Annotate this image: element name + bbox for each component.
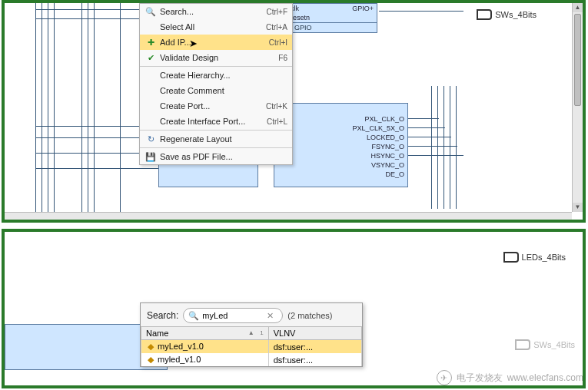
port-de[interactable]: DE_O xyxy=(274,170,407,179)
search-field[interactable]: 🔍 ✕ xyxy=(183,308,283,323)
wire xyxy=(120,3,121,218)
search-icon: 🔍 xyxy=(188,311,199,321)
search-input[interactable] xyxy=(202,311,264,320)
wire xyxy=(48,3,48,218)
watermark: ✈ 电子发烧友 www.elecfans.com xyxy=(437,370,583,385)
top-panel: i_aclk i_aresetn GPIO+ AXI GPIO axi_disp… xyxy=(2,0,586,223)
ip-icon: ◆ xyxy=(146,342,155,352)
menu-create-comment[interactable]: Create Comment xyxy=(140,83,292,98)
column-header-name[interactable]: Name ▲ 1 xyxy=(141,327,269,340)
menu-create-interface-port[interactable]: Create Interface Port... Ctrl+L xyxy=(140,114,292,129)
vertical-scrollbar[interactable]: ▲ ▼ xyxy=(572,3,583,212)
external-port-label: SWs_4Bits xyxy=(495,10,537,19)
external-port-leds[interactable]: LEDs_4Bits xyxy=(505,252,566,263)
external-port-label: LEDs_4Bits xyxy=(522,253,566,262)
wire xyxy=(81,3,82,218)
menu-create-port[interactable]: Create Port... Ctrl+K xyxy=(140,98,292,114)
block-design-canvas[interactable]: i_aclk i_aresetn GPIO+ AXI GPIO axi_disp… xyxy=(5,3,583,220)
port-icon xyxy=(517,339,530,350)
port-hsync[interactable]: HSYNC_O xyxy=(274,151,407,160)
search-label: Search: xyxy=(147,310,178,321)
wire xyxy=(408,127,445,128)
port-gpio[interactable]: GPIO+ xyxy=(327,4,377,13)
menu-separator xyxy=(140,147,292,148)
menu-add-ip[interactable]: ✚ Add IP... Ctrl+I xyxy=(140,35,292,50)
wire xyxy=(35,168,158,169)
clear-icon[interactable]: ✕ xyxy=(267,311,274,321)
wire xyxy=(443,86,444,209)
watermark-brand: 电子发烧友 xyxy=(457,372,503,385)
context-menu: 🔍 Search... Ctrl+F Select All Ctrl+A ✚ A… xyxy=(139,3,293,165)
wire xyxy=(54,3,55,218)
port-pxl-clk-5x[interactable]: PXL_CLK_5X_O xyxy=(274,124,407,133)
scroll-up-arrow-icon[interactable]: ▲ xyxy=(573,3,583,12)
wire xyxy=(437,86,438,209)
add-icon: ✚ xyxy=(145,38,157,48)
port-fsync[interactable]: FSYNC_O xyxy=(274,142,407,151)
check-icon: ✔ xyxy=(145,53,157,63)
scroll-down-arrow-icon[interactable]: ▼ xyxy=(573,203,583,212)
menu-save-pdf[interactable]: 💾 Save as PDF File... xyxy=(140,149,292,164)
port-locked[interactable]: LOCKED_O xyxy=(274,133,407,142)
cursor-icon: ➤ xyxy=(189,38,198,49)
watermark-icon: ✈ xyxy=(437,370,452,385)
port-icon xyxy=(478,9,492,20)
block-design-canvas[interactable]: LEDs_4Bits SWs_4Bits Search: 🔍 ✕ (2 matc… xyxy=(5,232,583,385)
ip-block-footer: AXI GPIO xyxy=(278,22,377,32)
menu-separator xyxy=(140,130,292,131)
menu-create-hierarchy[interactable]: Create Hierarchy... xyxy=(140,68,292,83)
menu-validate-design[interactable]: ✔ Validate Design F6 xyxy=(140,50,292,65)
menu-select-all[interactable]: Select All Ctrl+A xyxy=(140,19,292,35)
wire xyxy=(450,86,450,209)
external-port-label: SWs_4Bits xyxy=(533,340,575,349)
port-icon xyxy=(505,252,519,263)
add-ip-dialog: Search: 🔍 ✕ (2 matches) Name ▲ 1 xyxy=(140,302,363,367)
search-icon: 🔍 xyxy=(145,7,157,17)
table-row[interactable]: ◆myLed_v1.0 dsf:user:... xyxy=(141,340,362,354)
menu-separator xyxy=(140,66,292,67)
menu-regenerate-layout[interactable]: ↻ Regenerate Layout xyxy=(140,131,292,147)
save-icon: 💾 xyxy=(145,152,157,162)
wire xyxy=(408,146,457,147)
ip-icon: ◆ xyxy=(146,355,155,365)
wire xyxy=(408,137,451,137)
wire xyxy=(431,86,432,209)
table-row[interactable]: ◆myled_v1.0 dsf:user:... xyxy=(141,353,362,366)
port-pxl-clk[interactable]: PXL_CLK_O xyxy=(274,114,407,124)
sort-asc-icon: ▲ xyxy=(248,329,254,336)
wire xyxy=(88,3,88,218)
match-count: (2 matches) xyxy=(287,311,332,320)
sort-index: 1 xyxy=(260,329,263,336)
bottom-panel: LEDs_4Bits SWs_4Bits Search: 🔍 ✕ (2 matc… xyxy=(2,229,586,388)
watermark-site: www.elecfans.com xyxy=(507,372,583,383)
wire xyxy=(42,3,42,218)
wire xyxy=(379,11,463,12)
wire xyxy=(35,3,36,218)
wire xyxy=(408,155,463,156)
menu-search[interactable]: 🔍 Search... Ctrl+F xyxy=(140,4,292,19)
ip-results-table: Name ▲ 1 VLNV ◆myLed_v1.0 dsf:user:... xyxy=(141,326,362,366)
scrollbar-thumb[interactable] xyxy=(574,14,581,106)
port-vsync[interactable]: VSYNC_O xyxy=(274,160,407,170)
wire xyxy=(456,86,457,209)
horizontal-scrollbar[interactable] xyxy=(5,212,572,220)
refresh-icon: ↻ xyxy=(145,134,157,144)
wire xyxy=(94,3,95,218)
ip-block-dispctrl-right[interactable]: PXL_CLK_O PXL_CLK_5X_O LOCKED_O FSYNC_O … xyxy=(274,103,408,187)
external-port-sws[interactable]: SWs_4Bits xyxy=(478,9,537,20)
column-header-vlnv[interactable]: VLNV xyxy=(268,327,361,340)
wire xyxy=(408,118,439,119)
external-port-sws[interactable]: SWs_4Bits xyxy=(517,339,575,350)
